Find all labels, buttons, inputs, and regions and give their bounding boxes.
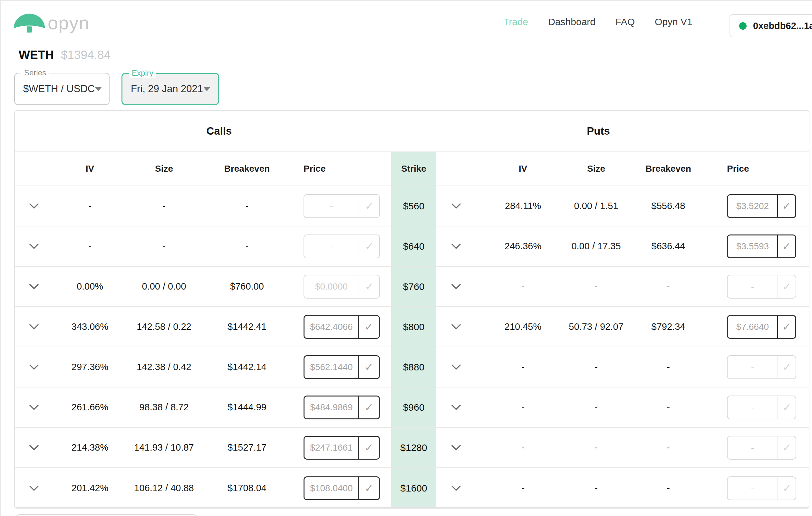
puts-expand-button[interactable] (436, 307, 475, 346)
puts-iv: 284.11% (475, 186, 570, 226)
calls-price-input[interactable]: $562.1440 (304, 356, 358, 378)
puts-expand-button[interactable] (436, 186, 475, 226)
calls-price-input-group: $484.9869 ✓ (303, 396, 380, 419)
calls-confirm-price-button[interactable]: ✓ (358, 396, 379, 418)
wallet-address: 0xebdb62...1a (753, 21, 812, 31)
nav-opyn-v1[interactable]: Opyn V1 (655, 17, 692, 27)
strike-value: $760 (391, 267, 436, 306)
puts-confirm-price-button[interactable]: ✓ (777, 195, 795, 217)
calls-confirm-price-button[interactable]: ✓ (358, 437, 379, 459)
calls-price-input[interactable]: - (304, 195, 359, 217)
puts-price-input-group: - ✓ (727, 275, 796, 299)
puts-expand-button[interactable] (436, 267, 475, 306)
puts-confirm-price-button[interactable]: ✓ (777, 236, 795, 257)
wallet-button[interactable]: 0xebdb62...1a (729, 14, 812, 37)
puts-confirm-price-button[interactable]: ✓ (778, 356, 795, 378)
puts-expand-button[interactable] (436, 468, 475, 508)
puts-size: - (570, 468, 622, 508)
puts-price-input-group: - ✓ (727, 396, 796, 419)
puts-iv-header: IV (475, 152, 570, 185)
calls-price-input[interactable]: $642.4066 (304, 316, 358, 338)
calls-confirm-price-button[interactable]: ✓ (358, 316, 379, 338)
calls-iv: 0.00% (53, 267, 127, 306)
calls-expand-button[interactable] (15, 307, 53, 346)
puts-iv: - (475, 388, 570, 427)
puts-size: - (570, 388, 622, 427)
calls-expand-button[interactable] (15, 186, 53, 226)
puts-price-input-group: - ✓ (727, 436, 796, 460)
strike-value: $960 (391, 388, 436, 427)
puts-iv: - (475, 347, 570, 387)
chevron-down-icon (451, 364, 461, 370)
calls-confirm-price-button[interactable]: ✓ (358, 477, 379, 499)
logo[interactable]: opyn (13, 9, 90, 33)
puts-expand-button[interactable] (436, 226, 475, 266)
puts-price-input[interactable]: - (728, 436, 778, 459)
nav-trade[interactable]: Trade (503, 17, 528, 27)
calls-breakeven: $1527.17 (201, 428, 293, 467)
puts-confirm-price-button[interactable]: ✓ (778, 436, 795, 459)
puts-price-cell: - ✓ (715, 267, 809, 306)
puts-confirm-price-button[interactable]: ✓ (778, 477, 795, 499)
calls-price-input[interactable]: $0.0000 (304, 275, 359, 298)
table-row: 201.42% 106.12 / 40.88 $1708.04 $108.040… (15, 468, 809, 508)
calls-price-cell: $247.1661 ✓ (293, 428, 391, 467)
puts-price-input[interactable]: $7.6640 (728, 316, 777, 338)
puts-expand-button[interactable] (436, 428, 475, 467)
strike-value: $560 (391, 186, 436, 226)
calls-expand-button[interactable] (15, 347, 53, 387)
calls-confirm-price-button[interactable]: ✓ (358, 356, 379, 378)
calls-expand-button[interactable] (15, 226, 53, 266)
puts-expand-button[interactable] (436, 347, 475, 387)
check-icon: ✓ (365, 441, 373, 454)
puts-iv: - (475, 468, 570, 508)
opyn-trade-page: opyn Trade Dashboard FAQ Opyn V1 0xebdb6… (0, 0, 812, 516)
calls-price-input[interactable]: $247.1661 (304, 437, 358, 459)
calls-confirm-price-button[interactable]: ✓ (359, 195, 379, 217)
calls-iv: 201.42% (53, 468, 127, 508)
series-select[interactable]: Series $WETH / USDC (14, 73, 110, 105)
series-select-value: $WETH / USDC (15, 83, 95, 95)
calls-size: 98.38 / 8.72 (127, 388, 201, 427)
puts-price-header: Price (715, 152, 809, 185)
puts-title: Puts (436, 125, 809, 137)
puts-size: 50.73 / 92.07 (570, 307, 622, 346)
chevron-down-icon (451, 243, 461, 250)
nav-faq[interactable]: FAQ (615, 17, 635, 27)
check-icon: ✓ (365, 321, 373, 333)
chevron-down-icon (29, 485, 39, 491)
calls-price-input-group: $562.1440 ✓ (303, 355, 380, 379)
puts-price-input[interactable]: - (728, 396, 778, 419)
check-icon: ✓ (782, 321, 791, 333)
puts-confirm-price-button[interactable]: ✓ (777, 316, 795, 338)
calls-confirm-price-button[interactable]: ✓ (359, 235, 379, 258)
wallet-status-dot-icon (739, 22, 747, 30)
calls-price-input[interactable]: - (304, 235, 359, 258)
calls-price-input-group: $108.0400 ✓ (303, 476, 380, 500)
calls-price-input[interactable]: $484.9869 (304, 396, 358, 418)
chevron-down-icon (451, 445, 461, 451)
puts-price-input[interactable]: $3.5202 (728, 195, 777, 217)
calls-expand-button[interactable] (15, 388, 53, 427)
puts-expand-button[interactable] (436, 388, 475, 427)
puts-price-input[interactable]: - (728, 477, 778, 499)
puts-price-input[interactable]: $3.5593 (728, 236, 777, 257)
calls-confirm-price-button[interactable]: ✓ (359, 275, 379, 298)
calls-breakeven-header: Breakeven (201, 152, 293, 185)
calls-expand-button[interactable] (15, 428, 53, 467)
expiry-select[interactable]: Expiry Fri, 29 Jan 2021 (121, 73, 219, 105)
check-icon: ✓ (365, 482, 373, 494)
calls-expand-button[interactable] (15, 468, 53, 508)
calls-price-input-group: $642.4066 ✓ (303, 315, 380, 339)
chevron-down-icon (29, 445, 39, 451)
calls-expand-button[interactable] (15, 267, 53, 306)
calls-price-input[interactable]: $108.0400 (304, 477, 358, 499)
puts-confirm-price-button[interactable]: ✓ (778, 275, 795, 298)
puts-breakeven: - (622, 388, 715, 427)
puts-price-input[interactable]: - (728, 275, 778, 298)
table-row: 0.00% 0.00 / 0.00 $760.00 $0.0000 ✓ $760… (15, 267, 809, 307)
nav-dashboard[interactable]: Dashboard (548, 17, 596, 27)
puts-confirm-price-button[interactable]: ✓ (778, 396, 795, 419)
puts-price-input[interactable]: - (728, 356, 778, 378)
puts-size: - (570, 347, 622, 387)
